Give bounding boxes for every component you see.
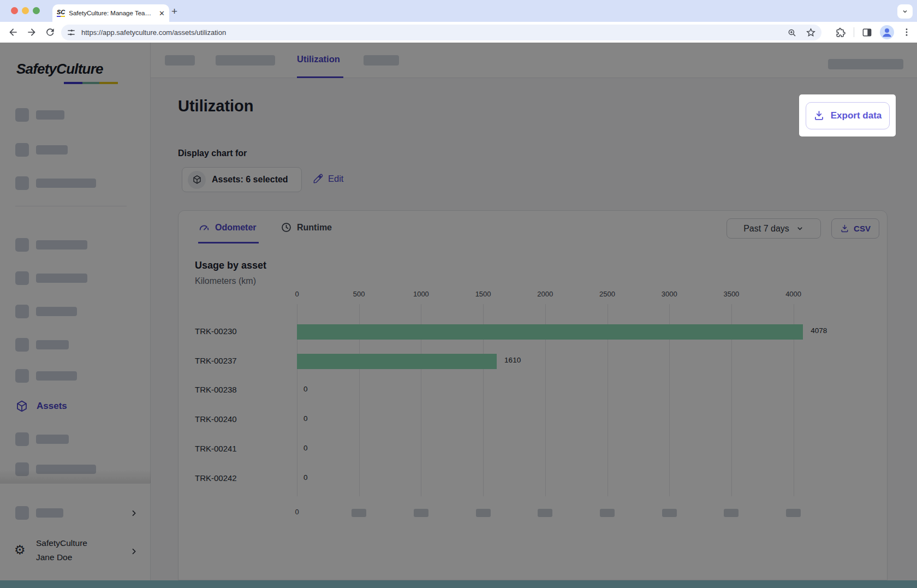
extensions-icon[interactable] xyxy=(836,27,846,38)
browser-tab[interactable]: SC SafetyCulture: Manage Teams and... ✕ xyxy=(52,4,169,22)
browser-menu-icon[interactable] xyxy=(902,27,912,37)
tab-title: SafetyCulture: Manage Teams and... xyxy=(69,10,155,16)
window-zoom-button[interactable] xyxy=(33,7,40,14)
safetyculture-favicon: SC xyxy=(57,9,65,17)
toolbar-divider xyxy=(854,27,854,37)
zoom-page-icon[interactable] xyxy=(787,28,797,38)
export-data-button[interactable]: Export data xyxy=(806,102,890,129)
tab-search-button[interactable] xyxy=(897,4,913,19)
tab-close-icon[interactable]: ✕ xyxy=(159,9,165,17)
chevron-down-icon xyxy=(902,8,908,15)
url-bar[interactable]: https://app.safetyculture.com/assets/uti… xyxy=(61,25,821,40)
back-button[interactable] xyxy=(8,27,19,38)
bookmark-star-icon[interactable] xyxy=(806,27,816,38)
browser-chrome: SC SafetyCulture: Manage Teams and... ✕ … xyxy=(0,0,917,43)
site-settings-icon[interactable] xyxy=(67,28,76,37)
tutorial-dim-overlay xyxy=(0,43,917,588)
reload-button[interactable] xyxy=(45,27,56,38)
export-label: Export data xyxy=(831,110,882,121)
new-tab-button[interactable]: + xyxy=(171,5,177,17)
app-window: SafetyCulture Assets ⚙ Saf xyxy=(0,43,917,588)
download-icon xyxy=(813,110,825,121)
forward-button[interactable] xyxy=(26,27,37,38)
profile-avatar[interactable] xyxy=(880,25,894,39)
url-text: https://app.safetyculture.com/assets/uti… xyxy=(81,28,787,37)
window-minimize-button[interactable] xyxy=(22,7,29,14)
window-close-button[interactable] xyxy=(11,7,18,14)
export-spotlight: Export data xyxy=(799,94,896,136)
browser-toolbar: https://app.safetyculture.com/assets/uti… xyxy=(0,22,917,43)
tab-strip: SC SafetyCulture: Manage Teams and... ✕ … xyxy=(0,0,917,22)
side-panel-icon[interactable] xyxy=(862,27,872,38)
